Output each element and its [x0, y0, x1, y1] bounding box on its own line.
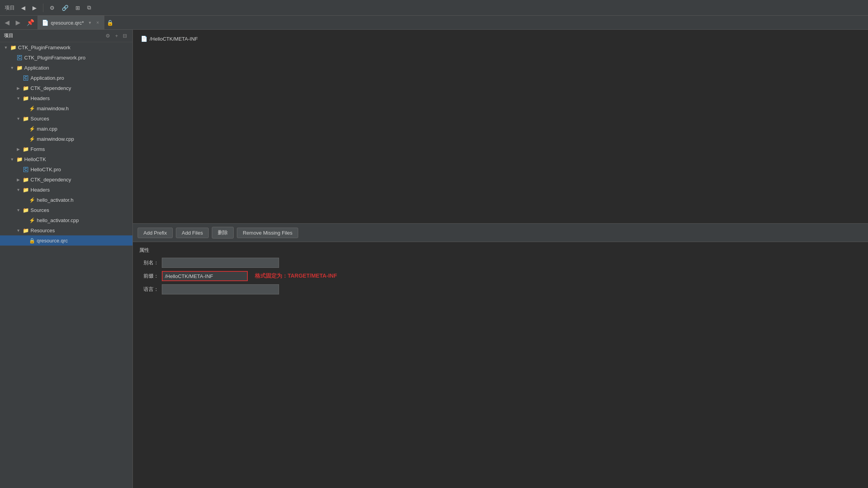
- sidebar-add-btn[interactable]: +: [113, 32, 120, 39]
- sidebar-header-label: 项目: [4, 32, 13, 39]
- tree-icon-main_cpp: ⚡: [29, 126, 35, 132]
- tree-icon-ctk_plugin_pro: C: [16, 54, 23, 61]
- tab-close-button[interactable]: ×: [96, 19, 100, 26]
- tree-label-headers2: Headers: [30, 187, 50, 193]
- toggle-arrow-sources1[interactable]: [16, 116, 21, 121]
- tree-item-ctk_dep1[interactable]: 📁CTK_dependency: [0, 83, 132, 93]
- tree-label-hello_activator_cpp: hello_activator.cpp: [37, 217, 79, 223]
- toggle-arrow-hello_activator_h[interactable]: [22, 197, 27, 203]
- tree-label-forms1: Forms: [30, 146, 45, 152]
- tab-bar: ◀ ▶ 📌 📄 qresource.qrc* ▾ × 🔒: [0, 16, 868, 30]
- toggle-arrow-forms1[interactable]: [16, 146, 21, 152]
- tree-item-resources[interactable]: 📁Resources: [0, 225, 132, 235]
- tree-item-mainwindow_cpp[interactable]: ⚡mainwindow.cpp: [0, 134, 132, 144]
- tree-item-sources2[interactable]: 📁Sources: [0, 205, 132, 215]
- tree-item-helloctk_pro[interactable]: CHelloCTK.pro: [0, 164, 132, 174]
- tree-label-sources1: Sources: [30, 116, 49, 122]
- link-button[interactable]: 🔗: [59, 3, 71, 13]
- right-panel: 📄 /HelloCTK/META-INF Add Prefix Add File…: [133, 30, 868, 488]
- toggle-arrow-headers1[interactable]: [16, 95, 21, 101]
- toggle-arrow-ctk_dep2[interactable]: [16, 177, 21, 182]
- toggle-arrow-mainwindow_cpp[interactable]: [22, 136, 27, 142]
- nav-forward-button[interactable]: ▶: [30, 3, 39, 13]
- tree-item-application_pro[interactable]: CApplication.pro: [0, 73, 132, 83]
- tree-item-qresource_qrc[interactable]: 🔒qresource.qrc: [0, 235, 132, 246]
- tree-label-hello_activator_h: hello_activator.h: [37, 197, 73, 203]
- tree-label-helloctk_pro: HelloCTK.pro: [30, 167, 61, 172]
- toggle-arrow-headers2[interactable]: [16, 187, 21, 192]
- add-button[interactable]: ⊞: [73, 3, 82, 13]
- toggle-arrow-hello_activator_cpp[interactable]: [22, 217, 27, 223]
- properties-section: 属性 别名： 前缀： 格式固定为：TARGET/META-INF 语言：: [133, 242, 868, 302]
- prefix-input[interactable]: [162, 271, 248, 281]
- tab-qresource[interactable]: 📄 qresource.qrc* ▾ ×: [38, 16, 104, 29]
- toggle-arrow-helloctk_pro[interactable]: [16, 167, 21, 172]
- resource-tree-area[interactable]: 📄 /HelloCTK/META-INF: [133, 30, 868, 223]
- sidebar-header: 项目 ⚙ + ⊟: [0, 30, 132, 42]
- tree-item-application[interactable]: 📁Application: [0, 63, 132, 73]
- toggle-arrow-application[interactable]: [9, 65, 15, 70]
- tree-item-headers1[interactable]: 📁Headers: [0, 93, 132, 103]
- tree-item-mainwindow_h[interactable]: ⚡mainwindow.h: [0, 103, 132, 113]
- nav-back-button[interactable]: ◀: [19, 3, 28, 13]
- prefix-hint: 格式固定为：TARGET/META-INF: [255, 273, 337, 280]
- tree-item-ctk_plugin_pro[interactable]: CCTK_PluginFramework.pro: [0, 52, 132, 63]
- toggle-arrow-ctk_plugin[interactable]: [3, 45, 9, 50]
- sidebar-filter-btn[interactable]: ⚙: [104, 32, 112, 39]
- alias-input[interactable]: [162, 258, 279, 268]
- toggle-arrow-main_cpp[interactable]: [22, 126, 27, 131]
- add-icon: ⊞: [75, 5, 80, 11]
- tree-item-ctk_dep2[interactable]: 📁CTK_dependency: [0, 174, 132, 185]
- tab-nav-back[interactable]: ◀: [2, 16, 13, 29]
- action-buttons-row: Add Prefix Add Files 删除 Remove Missing F…: [133, 223, 868, 242]
- toggle-arrow-mainwindow_h[interactable]: [22, 106, 27, 111]
- tree-label-application_pro: Application.pro: [30, 75, 64, 81]
- tab-label: qresource.qrc*: [51, 20, 84, 26]
- tree-item-forms1[interactable]: 📁Forms: [0, 144, 132, 154]
- sidebar-collapse-btn[interactable]: ⊟: [121, 32, 129, 39]
- resource-path-item[interactable]: 📄 /HelloCTK/META-INF: [139, 34, 862, 44]
- tree-item-helloctk[interactable]: 📁HelloCTK: [0, 154, 132, 164]
- toggle-arrow-application_pro[interactable]: [16, 75, 21, 81]
- toggle-arrow-resources[interactable]: [16, 228, 21, 233]
- split-button[interactable]: ⧉: [85, 3, 93, 13]
- prefix-row: 前缀： 格式固定为：TARGET/META-INF: [139, 271, 862, 281]
- tree-label-mainwindow_h: mainwindow.h: [37, 106, 69, 111]
- delete-button[interactable]: 删除: [212, 227, 234, 239]
- tree-item-hello_activator_h[interactable]: ⚡hello_activator.h: [0, 195, 132, 205]
- tree-icon-headers2: 📁: [23, 187, 29, 193]
- tree-item-sources1[interactable]: 📁Sources: [0, 113, 132, 124]
- toggle-arrow-qresource_qrc[interactable]: [22, 238, 27, 243]
- link-icon: 🔗: [62, 5, 68, 11]
- tree-icon-application_pro: C: [23, 75, 29, 81]
- add-prefix-button[interactable]: Add Prefix: [138, 228, 173, 238]
- lang-row: 语言：: [139, 284, 862, 294]
- tree-label-headers1: Headers: [30, 95, 50, 101]
- tree-label-application: Application: [24, 65, 49, 71]
- tab-dropdown-button[interactable]: ▾: [86, 20, 93, 25]
- tree-item-main_cpp[interactable]: ⚡main.cpp: [0, 124, 132, 134]
- alias-row: 别名：: [139, 258, 862, 268]
- tree-icon-application: 📁: [16, 65, 23, 71]
- tree-label-mainwindow_cpp: mainwindow.cpp: [37, 136, 74, 142]
- tree-item-headers2[interactable]: 📁Headers: [0, 185, 132, 195]
- toggle-arrow-ctk_plugin_pro[interactable]: [9, 55, 15, 60]
- toggle-arrow-sources2[interactable]: [16, 207, 21, 213]
- tree-icon-sources1: 📁: [23, 115, 29, 122]
- toggle-arrow-ctk_dep1[interactable]: [16, 85, 21, 91]
- tab-nav-forward[interactable]: ▶: [13, 16, 23, 29]
- tree-label-ctk_plugin_pro: CTK_PluginFramework.pro: [24, 55, 86, 61]
- filter-button[interactable]: ⚙: [47, 3, 57, 13]
- toggle-arrow-helloctk[interactable]: [9, 156, 15, 162]
- tree-item-ctk_plugin[interactable]: 📁CTK_PluginFramework: [0, 42, 132, 52]
- project-label: 项目: [3, 4, 16, 11]
- remove-missing-button[interactable]: Remove Missing Files: [237, 228, 298, 238]
- tree-label-sources2: Sources: [30, 207, 49, 213]
- lang-input[interactable]: [162, 284, 279, 294]
- top-toolbar: 项目 ◀ ▶ ⚙ 🔗 ⊞ ⧉: [0, 0, 868, 16]
- tab-nav-lock[interactable]: 📌: [23, 16, 38, 29]
- tree-icon-mainwindow_h: ⚡: [29, 105, 35, 111]
- add-files-button[interactable]: Add Files: [176, 228, 209, 238]
- tree-item-hello_activator_cpp[interactable]: ⚡hello_activator.cpp: [0, 215, 132, 225]
- filter-icon: ⚙: [50, 5, 55, 11]
